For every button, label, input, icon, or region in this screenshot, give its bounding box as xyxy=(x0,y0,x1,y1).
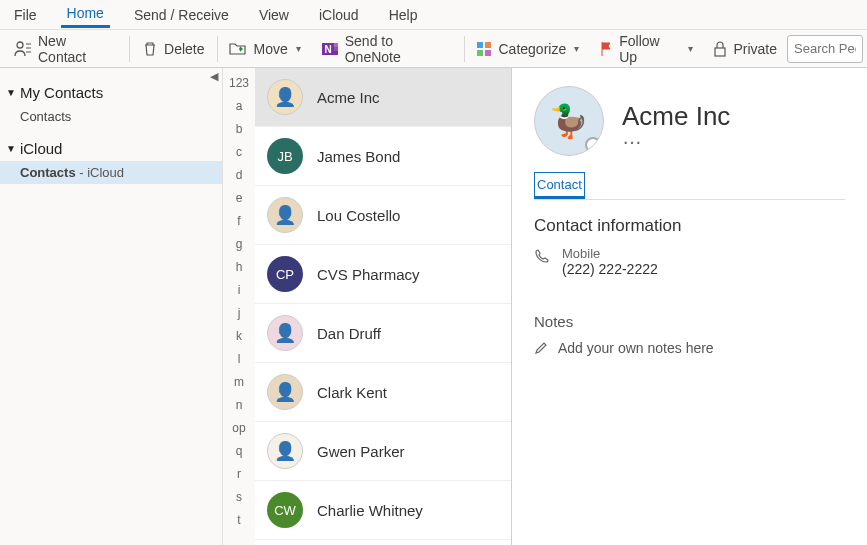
search-people-input[interactable] xyxy=(787,35,863,63)
private-button[interactable]: Private xyxy=(703,30,787,68)
notes-row[interactable]: Add your own notes here xyxy=(534,340,845,356)
alpha-index-letter[interactable]: j xyxy=(223,302,255,325)
tab-help[interactable]: Help xyxy=(383,3,424,27)
nav-sidebar: ◀ ▼My ContactsContacts▼iCloudContacts - … xyxy=(0,68,223,545)
alpha-index-letter[interactable]: m xyxy=(223,371,255,394)
detail-tabs: Contact xyxy=(534,172,845,200)
contact-list[interactable]: Acme IncJBJames BondLou CostelloCPCVS Ph… xyxy=(255,68,511,545)
avatar: CP xyxy=(267,256,303,292)
menu-tabs: File Home Send / Receive View iCloud Hel… xyxy=(0,0,867,30)
delete-button[interactable]: Delete xyxy=(132,30,214,68)
separator xyxy=(217,36,218,62)
new-contact-label: New Contact xyxy=(38,33,117,65)
svg-text:N: N xyxy=(324,44,331,55)
alpha-index-letter[interactable]: 123 xyxy=(223,72,255,95)
chevron-down-icon: ▼ xyxy=(6,143,16,154)
alpha-index-letter[interactable]: op xyxy=(223,417,255,440)
alpha-index-letter[interactable]: c xyxy=(223,141,255,164)
contact-row[interactable]: Gwen Parker xyxy=(255,422,511,481)
private-label: Private xyxy=(733,41,777,57)
contact-row[interactable]: Acme Inc xyxy=(255,68,511,127)
contact-name: James Bond xyxy=(317,148,400,165)
contact-row[interactable]: Clark Kent xyxy=(255,363,511,422)
ribbon-toolbar: New Contact Delete Move ▾ N Send to OneN… xyxy=(0,30,867,68)
contact-row[interactable]: CWCharlie Whitney xyxy=(255,481,511,540)
avatar xyxy=(267,433,303,469)
phone-icon xyxy=(534,248,550,264)
person-list-icon xyxy=(14,40,32,58)
tab-icloud[interactable]: iCloud xyxy=(313,3,365,27)
avatar: CW xyxy=(267,492,303,528)
separator xyxy=(129,36,130,62)
contact-name: Clark Kent xyxy=(317,384,387,401)
svg-rect-9 xyxy=(477,42,483,48)
svg-rect-6 xyxy=(334,43,338,47)
categorize-label: Categorize xyxy=(498,41,566,57)
avatar xyxy=(267,79,303,115)
tab-view[interactable]: View xyxy=(253,3,295,27)
detail-tab-contact[interactable]: Contact xyxy=(534,172,585,199)
alpha-index-letter[interactable]: q xyxy=(223,440,255,463)
trash-icon xyxy=(142,41,158,57)
main-area: ◀ ▼My ContactsContacts▼iCloudContacts - … xyxy=(0,68,867,545)
svg-rect-11 xyxy=(477,50,483,56)
sidebar-group-header[interactable]: ▼iCloud xyxy=(0,136,222,161)
notes-heading: Notes xyxy=(534,313,845,330)
alpha-index-letter[interactable]: a xyxy=(223,95,255,118)
categorize-icon xyxy=(476,41,492,57)
sidebar-item[interactable]: Contacts xyxy=(0,105,222,128)
delete-label: Delete xyxy=(164,41,204,57)
alpha-index-letter[interactable]: n xyxy=(223,394,255,417)
contact-name: CVS Pharmacy xyxy=(317,266,420,283)
alpha-index-letter[interactable]: g xyxy=(223,233,255,256)
alpha-index-letter[interactable]: d xyxy=(223,164,255,187)
alpha-index-letter[interactable]: b xyxy=(223,118,255,141)
lock-icon xyxy=(713,41,727,57)
move-label: Move xyxy=(253,41,287,57)
phone-value[interactable]: (222) 222-2222 xyxy=(562,261,658,277)
send-to-onenote-button[interactable]: N Send to OneNote xyxy=(311,30,462,68)
alpha-index-letter[interactable]: k xyxy=(223,325,255,348)
contact-name: Lou Costello xyxy=(317,207,400,224)
tab-home[interactable]: Home xyxy=(61,1,110,28)
alpha-index-letter[interactable]: l xyxy=(223,348,255,371)
categorize-button[interactable]: Categorize ▾ xyxy=(466,30,589,68)
pencil-icon xyxy=(534,341,548,355)
follow-up-button[interactable]: Follow Up ▾ xyxy=(589,30,703,68)
chevron-down-icon: ▾ xyxy=(296,43,301,54)
contact-name: Acme Inc xyxy=(317,89,380,106)
new-contact-button[interactable]: New Contact xyxy=(4,30,127,68)
contact-detail-pane: 🦆 Acme Inc … Contact Contact information… xyxy=(512,68,867,545)
detail-avatar: 🦆 xyxy=(534,86,604,156)
chevron-down-icon: ▾ xyxy=(574,43,579,54)
alpha-index-letter[interactable]: r xyxy=(223,463,255,486)
folder-move-icon xyxy=(229,41,247,57)
contact-row[interactable]: JBJames Bond xyxy=(255,127,511,186)
move-button[interactable]: Move ▾ xyxy=(219,30,310,68)
alpha-index-letter[interactable]: f xyxy=(223,210,255,233)
alpha-index-letter[interactable]: t xyxy=(223,509,255,532)
contact-row[interactable]: Dan Druff xyxy=(255,304,511,363)
svg-rect-7 xyxy=(334,47,338,51)
svg-rect-8 xyxy=(334,51,338,55)
sidebar-item[interactable]: Contacts - iCloud xyxy=(0,161,222,184)
alpha-index-letter[interactable]: s xyxy=(223,486,255,509)
avatar xyxy=(267,197,303,233)
sidebar-group-header[interactable]: ▼My Contacts xyxy=(0,80,222,105)
avatar: JB xyxy=(267,138,303,174)
avatar xyxy=(267,374,303,410)
collapse-sidebar-button[interactable]: ◀ xyxy=(210,70,218,83)
contact-name: Dan Druff xyxy=(317,325,381,342)
contact-info-heading: Contact information xyxy=(534,216,845,236)
alpha-index: 123abcdefghijklmnopqrst xyxy=(223,68,255,545)
contact-name: Charlie Whitney xyxy=(317,502,423,519)
contact-name: Gwen Parker xyxy=(317,443,405,460)
tab-send-receive[interactable]: Send / Receive xyxy=(128,3,235,27)
contact-row[interactable]: CPCVS Pharmacy xyxy=(255,245,511,304)
follow-up-label: Follow Up xyxy=(619,33,680,65)
alpha-index-letter[interactable]: e xyxy=(223,187,255,210)
contact-row[interactable]: Lou Costello xyxy=(255,186,511,245)
tab-file[interactable]: File xyxy=(8,3,43,27)
alpha-index-letter[interactable]: i xyxy=(223,279,255,302)
alpha-index-letter[interactable]: h xyxy=(223,256,255,279)
